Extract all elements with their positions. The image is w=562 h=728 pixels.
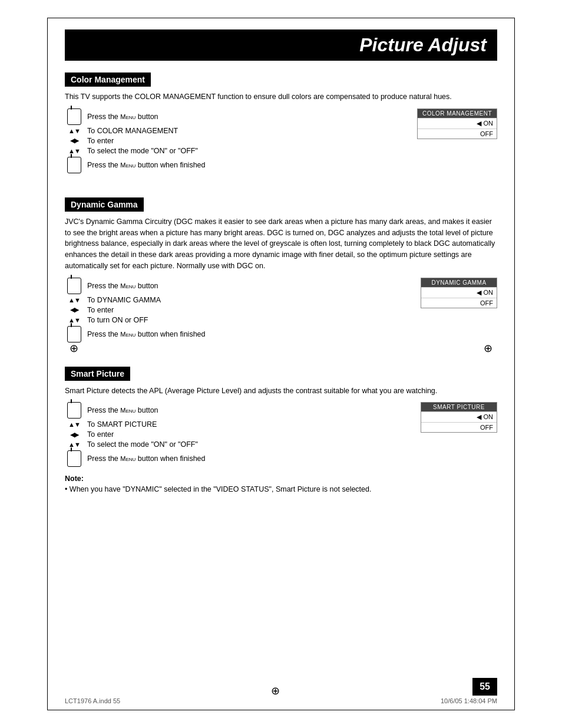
dg-instr-row-3: ◀▶ To enter — [65, 306, 415, 314]
instr-text-1: Press the Menu button — [87, 113, 158, 121]
sp-updown-icon-2: ▲▼ — [65, 421, 84, 428]
instr-text-3: To enter — [87, 137, 114, 145]
instr-row-2: ▲▼ To COLOR MANAGEMENT — [65, 127, 411, 135]
instr-row-5: Press the Menu button when finished — [65, 157, 411, 173]
dg-instr-row-4: ▲▼ To turn ON or OFF — [65, 316, 415, 324]
dg-arrow-lr-3: ◀▶ — [70, 306, 78, 314]
cm-menu-box: COLOR MANAGEMENT ◀ ON OFF — [417, 108, 497, 139]
page-title-bar: Picture Adjust — [65, 29, 497, 61]
remote-icon-1 — [65, 108, 84, 125]
color-management-steps: Press the Menu button ▲▼ To COLOR MANAGE… — [65, 108, 411, 175]
instr-row-1: Press the Menu button — [65, 108, 411, 125]
sp-arrow-lr-3: ◀▶ — [70, 431, 78, 439]
sp-lr-icon-3: ◀▶ — [65, 431, 84, 439]
dg-lr-icon-3: ◀▶ — [65, 306, 84, 314]
dg-instr-row-2: ▲▼ To DYNAMIC GAMMA — [65, 296, 415, 304]
dg-remote-icon-1 — [65, 278, 84, 294]
note-section: Note: • When you have "DYNAMIC" selected… — [65, 475, 497, 493]
dg-arrow-updown-4: ▲▼ — [68, 317, 80, 324]
border-bottom — [47, 710, 515, 710]
sp-instr-text-2: To SMART PICTURE — [87, 420, 157, 429]
arrow-lr-3: ◀▶ — [70, 137, 78, 144]
dg-menu-off: OFF — [421, 298, 497, 308]
sp-arrow: ◀ — [477, 413, 481, 421]
border-left — [47, 18, 48, 710]
dg-arrow-updown-2: ▲▼ — [68, 297, 80, 304]
cm-menu-title: COLOR MANAGEMENT — [418, 109, 497, 118]
dg-arrow: ◀ — [477, 289, 481, 297]
dg-menu-on: ◀ ON — [421, 287, 497, 298]
note-item-1: • When you have "DYNAMIC" selected in th… — [65, 485, 497, 493]
dg-instr-text-1: Press the Menu button — [87, 282, 158, 290]
dg-instr-row-1: Press the Menu button — [65, 278, 415, 294]
sp-instr-text-4: To select the mode "ON" or "OFF" — [87, 440, 198, 449]
section-smart-picture: Smart Picture Smart Picture detects the … — [65, 367, 497, 494]
instr-text-5: Press the Menu button when finished — [87, 161, 205, 169]
remote-symbol-1 — [67, 108, 81, 125]
instr-row-3: ◀▶ To enter — [65, 137, 411, 145]
dg-instr-row-5: Press the Menu button when finished — [65, 326, 415, 342]
section-dynamic-gamma: Dynamic Gamma JVC's Dynamic Gamma Circui… — [65, 197, 497, 344]
smart-picture-instructions: Press the Menu button ▲▼ To SMART PICTUR… — [65, 402, 497, 469]
sp-off-label: OFF — [480, 424, 493, 431]
dynamic-gamma-instructions: Press the Menu button ▲▼ To DYNAMIC GAMM… — [65, 278, 497, 344]
dg-instr-text-5: Press the Menu button when finished — [87, 330, 205, 338]
sp-instr-row-5: Press the Menu button when finished — [65, 450, 415, 467]
instr-text-2: To COLOR MANAGEMENT — [87, 127, 178, 135]
remote-icon-5 — [65, 157, 84, 173]
sp-instr-row-2: ▲▼ To SMART PICTURE — [65, 420, 415, 429]
footer-left: LCT1976 A.indd 55 — [65, 697, 120, 704]
note-text-1: • When you have "DYNAMIC" selected in th… — [65, 485, 371, 493]
instr-row-4: ▲▼ To select the mode "ON" or "OFF" — [65, 147, 411, 155]
cm-menu-on: ◀ ON — [418, 118, 497, 129]
cm-arrow: ◀ — [477, 120, 481, 127]
smart-picture-menu-display: SMART PICTURE ◀ ON OFF — [421, 402, 497, 433]
remote-symbol-5 — [67, 157, 81, 173]
dynamic-gamma-steps: Press the Menu button ▲▼ To DYNAMIC GAMM… — [65, 278, 415, 344]
sp-instr-row-3: ◀▶ To enter — [65, 430, 415, 439]
instr-text-4: To select the mode "ON" or "OFF" — [87, 147, 198, 155]
color-management-instructions: Press the Menu button ▲▼ To COLOR MANAGE… — [65, 108, 497, 175]
sp-remote-symbol-5 — [67, 450, 81, 467]
sp-menu-title: SMART PICTURE — [421, 403, 497, 411]
dg-on-label: ON — [484, 289, 494, 297]
sp-on-label: ON — [484, 413, 494, 421]
border-right — [514, 18, 515, 710]
dg-menu-title: DYNAMIC GAMMA — [421, 278, 497, 287]
sp-instr-text-3: To enter — [87, 430, 114, 439]
smart-picture-desc: Smart Picture detects the APL (Average P… — [65, 386, 497, 397]
smart-picture-steps: Press the Menu button ▲▼ To SMART PICTUR… — [65, 402, 415, 469]
dg-remote-symbol-5 — [67, 326, 81, 342]
dynamic-gamma-header: Dynamic Gamma — [65, 197, 144, 212]
sp-arrow-updown-4: ▲▼ — [68, 441, 80, 448]
sp-remote-symbol-1 — [67, 402, 81, 419]
cm-off-label: OFF — [480, 130, 493, 137]
page-footer: LCT1976 A.indd 55 10/6/05 1:48:04 PM — [65, 697, 497, 704]
dg-menu-box: DYNAMIC GAMMA ◀ ON OFF — [421, 278, 497, 308]
sp-menu-off: OFF — [421, 422, 497, 432]
cm-menu-off: OFF — [418, 129, 497, 139]
cm-on-label: ON — [484, 120, 494, 127]
color-management-header: Color Management — [65, 73, 151, 87]
updown-icon-4: ▲▼ — [65, 147, 84, 154]
section-color-management: Color Management This TV supports the CO… — [65, 73, 497, 175]
dg-remote-icon-5 — [65, 326, 84, 342]
sp-menu-box: SMART PICTURE ◀ ON OFF — [421, 402, 497, 433]
dg-remote-symbol-1 — [67, 278, 81, 294]
lr-icon-3: ◀▶ — [65, 137, 84, 144]
sp-arrow-updown-2: ▲▼ — [68, 421, 80, 428]
dg-off-label: OFF — [480, 299, 493, 307]
crosshair-bottom: ⊕ — [271, 684, 280, 697]
footer-right: 10/6/05 1:48:04 PM — [441, 697, 497, 704]
sp-menu-on: ◀ ON — [421, 411, 497, 422]
dg-updown-icon-2: ▲▼ — [65, 297, 84, 304]
sp-remote-icon-5 — [65, 450, 84, 467]
main-content: Picture Adjust Color Management This TV … — [65, 29, 497, 508]
updown-icon-2: ▲▼ — [65, 127, 84, 134]
page-title: Picture Adjust — [75, 34, 487, 56]
smart-picture-header: Smart Picture — [65, 367, 130, 381]
dynamic-gamma-menu-display: DYNAMIC GAMMA ◀ ON OFF — [421, 278, 497, 308]
sp-instr-row-4: ▲▼ To select the mode "ON" or "OFF" — [65, 440, 415, 449]
sp-instr-text-5: Press the Menu button when finished — [87, 454, 205, 463]
dg-instr-text-2: To DYNAMIC GAMMA — [87, 296, 161, 304]
